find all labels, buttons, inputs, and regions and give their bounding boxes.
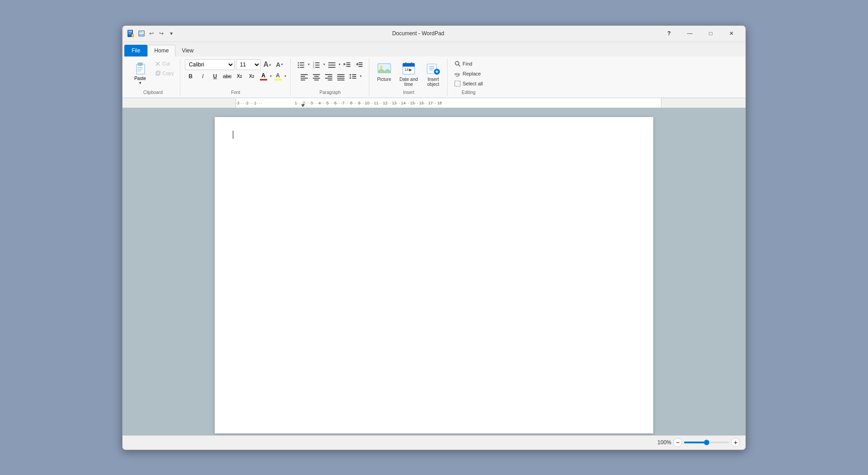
font-color-dropdown[interactable]: ▾ — [269, 74, 272, 78]
font-label: Font — [231, 90, 240, 95]
line-spacing-button[interactable] — [347, 71, 359, 82]
align-center-button[interactable] — [311, 71, 322, 82]
ribbon-tabs: File Home View — [123, 42, 745, 56]
find-button[interactable]: Find — [452, 59, 474, 68]
document-area[interactable] — [123, 108, 745, 435]
cut-button[interactable]: Cut — [152, 59, 176, 68]
svg-rect-11 — [138, 63, 142, 66]
tab-file[interactable]: File — [124, 45, 147, 56]
quick-access-toolbar: ↩ ↪ ▾ — [137, 29, 176, 38]
app-icon — [126, 29, 135, 38]
font-color-button[interactable]: A — [258, 71, 269, 81]
zoom-slider-thumb[interactable] — [704, 440, 709, 445]
superscript-button[interactable]: X2 — [246, 71, 258, 82]
underline-button[interactable]: U — [209, 71, 221, 82]
svg-rect-39 — [359, 66, 363, 67]
line-spacing-dropdown[interactable]: ▾ — [359, 74, 362, 78]
svg-rect-55 — [337, 80, 344, 80]
minimize-button[interactable]: — — [679, 26, 700, 41]
svg-rect-22 — [300, 65, 304, 66]
svg-text:·3 · · ·2· · ·1· · ·: ·3 · · ·2· · ·1· · · — [236, 101, 262, 105]
svg-rect-8 — [140, 31, 142, 33]
shrink-font-button[interactable]: A▼ — [274, 59, 285, 70]
outline-dropdown[interactable]: ▾ — [338, 62, 341, 66]
font-name-select[interactable]: Calibri Arial Times New Roman — [185, 59, 235, 70]
justify-button[interactable] — [335, 71, 347, 82]
svg-rect-56 — [352, 74, 356, 75]
save-quick-btn[interactable] — [137, 29, 146, 38]
svg-rect-13 — [137, 69, 143, 70]
datetime-button[interactable]: 14 ▶ Date and time — [396, 59, 421, 89]
picture-button[interactable]: Picture — [374, 59, 395, 89]
subscript-button[interactable]: X2 — [234, 71, 245, 82]
clipboard-label: Clipboard — [143, 90, 163, 95]
grow-font-button[interactable]: A▲ — [262, 59, 273, 70]
select-all-button[interactable]: Select all — [452, 79, 485, 88]
zoom-controls: 100% − + — [657, 438, 740, 447]
copy-button[interactable]: Copy — [152, 69, 176, 78]
svg-text:▶: ▶ — [409, 67, 412, 71]
help-button[interactable]: ? — [659, 26, 679, 41]
align-left-button[interactable] — [298, 71, 310, 82]
tab-view[interactable]: View — [175, 45, 200, 56]
align-right-button[interactable] — [323, 71, 335, 82]
svg-rect-43 — [301, 80, 305, 80]
svg-rect-14 — [137, 71, 141, 71]
svg-rect-9 — [139, 34, 144, 36]
svg-rect-51 — [328, 80, 332, 80]
svg-rect-79 — [455, 81, 460, 86]
quick-access-dropdown[interactable]: ▾ — [167, 29, 176, 38]
group-clipboard: Paste ▾ Cut Copy Clipboard — [126, 58, 180, 96]
clipboard-small-buttons: Cut Copy — [152, 59, 176, 78]
svg-rect-30 — [315, 67, 320, 68]
strikethrough-button[interactable]: abc — [222, 71, 233, 82]
svg-rect-40 — [301, 74, 308, 75]
text-cursor — [233, 131, 233, 139]
numbering-dropdown[interactable]: ▾ — [323, 62, 326, 66]
insert-object-button[interactable]: Insert object — [423, 59, 443, 89]
datetime-icon: 14 ▶ — [401, 61, 416, 76]
decrease-indent-button[interactable] — [341, 59, 353, 70]
ribbon-content: Paste ▾ Cut Copy Clipboard — [123, 56, 745, 98]
redo-quick-btn[interactable]: ↪ — [157, 29, 166, 38]
highlight-color-button[interactable]: A — [273, 71, 283, 81]
maximize-button[interactable]: □ — [700, 26, 721, 41]
svg-point-23 — [297, 66, 299, 68]
zoom-in-button[interactable]: + — [731, 438, 740, 447]
svg-rect-45 — [314, 76, 319, 77]
svg-rect-71 — [429, 69, 433, 70]
italic-button[interactable]: I — [197, 71, 209, 82]
font-size-select[interactable]: 89101112141618243648 — [236, 59, 261, 70]
svg-rect-69 — [429, 66, 434, 67]
outline-button[interactable] — [326, 59, 338, 70]
svg-rect-6 — [132, 36, 133, 36]
color-buttons: A ▾ A ▾ — [258, 71, 287, 81]
svg-rect-58 — [352, 78, 356, 79]
svg-rect-35 — [346, 64, 350, 65]
picture-icon — [377, 61, 392, 76]
svg-rect-37 — [359, 62, 363, 63]
tab-home[interactable]: Home — [147, 45, 175, 56]
svg-rect-20 — [300, 62, 304, 63]
increase-indent-button[interactable] — [354, 59, 365, 70]
undo-quick-btn[interactable]: ↩ — [147, 29, 156, 38]
bullets-dropdown[interactable]: ▾ — [307, 62, 310, 66]
svg-rect-31 — [328, 62, 335, 63]
zoom-slider[interactable] — [684, 442, 729, 443]
numbering-button[interactable]: 1.2.3. — [311, 59, 322, 70]
replace-button[interactable]: abc Replace — [452, 69, 483, 78]
svg-rect-48 — [325, 74, 332, 75]
document-page[interactable] — [215, 117, 653, 433]
status-bar: 100% − + — [123, 435, 745, 450]
svg-rect-4 — [132, 34, 134, 37]
highlight-color-dropdown[interactable]: ▾ — [284, 74, 287, 78]
bullets-button[interactable] — [295, 59, 307, 70]
close-button[interactable]: ✕ — [721, 26, 742, 41]
zoom-out-button[interactable]: − — [673, 438, 682, 447]
svg-rect-3 — [128, 33, 131, 34]
bold-button[interactable]: B — [185, 71, 197, 82]
svg-point-19 — [297, 62, 299, 63]
ruler: ·3 · · ·2· · ·1· · · 1· · ·2· · ·3· · ·4… — [123, 98, 745, 108]
svg-rect-1 — [128, 31, 132, 32]
paste-button[interactable]: Paste ▾ — [130, 59, 151, 87]
